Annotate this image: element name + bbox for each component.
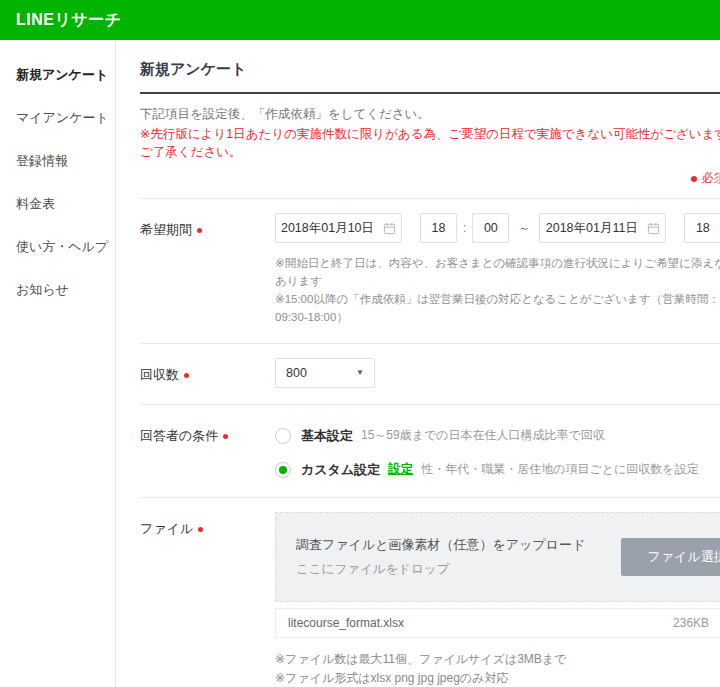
required-legend-label: 必須記入項目	[702, 170, 720, 187]
sidebar-item-help[interactable]: 使い方・ヘルプ	[16, 238, 115, 256]
uploaded-file-size: 236KB	[673, 616, 709, 630]
page-title: 新規アンケート	[140, 56, 720, 94]
required-dot	[198, 527, 203, 532]
chevron-down-icon: ▼	[356, 368, 364, 377]
file-row-section: ファイル 調査ファイルと画像素材（任意）をアップロード ここにファイルをドロップ…	[140, 497, 720, 687]
dropzone-subtitle: ここにファイルをドロップ	[296, 561, 585, 578]
required-dot	[691, 176, 697, 182]
main-content: 新規アンケート 下記項目を設定後、「作成依頼」をしてください。 ※先行版により1…	[116, 40, 720, 687]
range-separator: ～	[518, 220, 530, 237]
app-header: LINEリサーチ	[0, 0, 720, 40]
count-label: 回収数	[140, 358, 275, 388]
line-research-logo[interactable]: LINEリサーチ	[16, 10, 122, 31]
radio-custom[interactable]	[275, 462, 291, 478]
option-basic-label[interactable]: 基本設定	[301, 427, 353, 445]
time-colon: :	[463, 221, 466, 235]
period-label: 希望期間	[140, 213, 275, 326]
page: LINEリサーチ 新規アンケート マイアンケート 登録情報 料金表 使い方・ヘル…	[0, 0, 720, 687]
uploaded-file-row: litecourse_format.xlsx 236KB × 削除	[275, 608, 720, 638]
option-basic: 基本設定 15～59歳までの日本在住人口構成比率で回収	[275, 427, 720, 445]
start-hour-input[interactable]: 18	[420, 213, 457, 243]
sidebar-item-registration-info[interactable]: 登録情報	[16, 152, 115, 170]
sidebar-item-new-survey[interactable]: 新規アンケート	[16, 66, 115, 84]
uploaded-file-name: litecourse_format.xlsx	[288, 616, 673, 630]
count-select[interactable]: 800 ▼	[275, 358, 375, 388]
calendar-icon[interactable]	[383, 222, 396, 235]
required-dot	[223, 434, 228, 439]
required-dot	[197, 228, 202, 233]
option-custom-desc: 性・年代・職業・居住地の項目ごとに回収数を設定	[421, 461, 698, 478]
period-note-1: ※開始日と終了日は、内容や、お客さまとの確認事項の進行状況によりご希望に添えない…	[275, 255, 720, 291]
warning-text: ※先行版により1日あたりの実施件数に限りがある為、ご要望の日程で実施できない可能…	[140, 125, 720, 161]
required-dot	[184, 373, 189, 378]
dropzone-title: 調査ファイルと画像素材（任意）をアップロード	[296, 536, 585, 554]
sidebar: 新規アンケート マイアンケート 登録情報 料金表 使い方・ヘルプ お知らせ	[0, 40, 116, 687]
sidebar-item-pricing[interactable]: 料金表	[16, 195, 115, 213]
start-date-input[interactable]: 2018年01月10日	[275, 213, 402, 243]
file-label: ファイル	[140, 512, 275, 687]
period-note-2: ※15:00以降の「作成依頼」は翌営業日後の対応となることがございます（営業時間…	[275, 291, 720, 327]
instruction-text: 下記項目を設定後、「作成依頼」をしてください。	[140, 105, 720, 123]
option-custom-label[interactable]: カスタム設定	[301, 461, 380, 479]
file-note-1: ※ファイル数は最大11個、ファイルサイズは3MBまで	[275, 650, 720, 669]
conditions-label: 回答者の条件	[140, 419, 275, 481]
conditions-row: 回答者の条件 基本設定 15～59歳までの日本在住人口構成比率で回収 カスタム設…	[140, 404, 720, 497]
custom-settings-link[interactable]: 設定	[388, 461, 413, 478]
count-row: 回収数 800 ▼	[140, 343, 720, 404]
file-select-button[interactable]: ファイル選択	[621, 538, 720, 576]
end-date-input[interactable]: 2018年01月11日	[539, 213, 666, 243]
required-legend: 必須記入項目	[140, 170, 720, 187]
sidebar-item-news[interactable]: お知らせ	[16, 281, 115, 299]
start-date-value: 2018年01月10日	[281, 220, 374, 237]
start-minute-input[interactable]: 00	[472, 213, 509, 243]
file-dropzone[interactable]: 調査ファイルと画像素材（任意）をアップロード ここにファイルをドロップ ファイル…	[275, 512, 720, 602]
radio-basic[interactable]	[275, 428, 291, 444]
option-custom: カスタム設定 設定 性・年代・職業・居住地の項目ごとに回収数を設定	[275, 461, 720, 479]
period-row: 希望期間 2018年01月10日 18 : 00	[140, 198, 720, 342]
calendar-icon[interactable]	[647, 222, 660, 235]
option-basic-desc: 15～59歳までの日本在住人口構成比率で回収	[361, 427, 605, 444]
count-value: 800	[286, 366, 307, 380]
end-hour-input[interactable]: 18	[684, 213, 720, 243]
end-date-value: 2018年01月11日	[546, 220, 638, 237]
file-note-2: ※ファイル形式はxlsx png jpg jpegのみ対応	[275, 669, 720, 687]
sidebar-item-my-surveys[interactable]: マイアンケート	[16, 109, 115, 127]
